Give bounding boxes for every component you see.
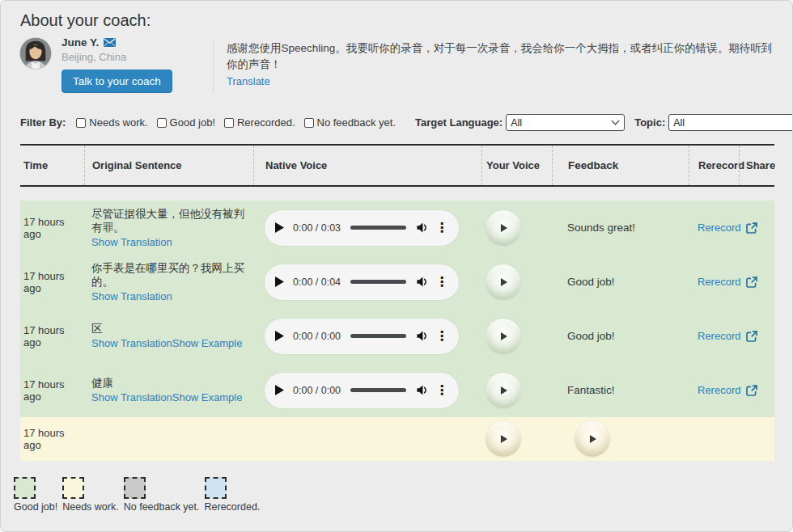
play-button[interactable] — [275, 331, 284, 341]
show-translation-link[interactable]: Show Translation — [91, 236, 172, 248]
volume-icon[interactable] — [416, 222, 428, 234]
filter-rerecorded[interactable]: Rerecorded. — [224, 116, 295, 129]
legend-item-rerecorded: Rerecorded. — [205, 477, 261, 513]
original-sentence: 尽管证据很大量，但他没有被判有罪。 — [91, 207, 253, 234]
no-feedback-checkbox[interactable] — [304, 118, 314, 128]
legend-item-needs-work: Needs work. — [62, 477, 118, 513]
filter-bar: Filter By: Needs work. Good job! Rerecor… — [20, 114, 773, 131]
feedback-text: Good job! — [567, 276, 615, 288]
show-example-link[interactable]: Show Example — [172, 337, 243, 349]
rerecord-link[interactable]: Rerecord — [698, 222, 740, 234]
share-button[interactable] — [745, 222, 758, 234]
kebab-menu-icon[interactable]: ⋮ — [435, 222, 448, 234]
legend-item-no-feedback: No feedback yet. — [124, 477, 200, 513]
translate-link[interactable]: Translate — [227, 75, 270, 87]
row-time: 17 hours ago — [23, 324, 84, 348]
filter-no-feedback[interactable]: No feedback yet. — [304, 116, 396, 129]
talk-to-coach-button[interactable]: Talk to your coach — [61, 70, 172, 93]
row-time: 17 hours ago — [23, 427, 84, 451]
header-time: Time — [20, 146, 84, 185]
your-voice-play-button[interactable] — [486, 210, 521, 246]
header-feedback: Feedback — [552, 146, 689, 185]
play-button[interactable] — [275, 277, 284, 287]
table-row: 17 hours ago 健康 Show TranslationShow Exa… — [20, 363, 774, 417]
filter-needs-work[interactable]: Needs work. — [76, 116, 147, 129]
play-button[interactable] — [275, 385, 284, 395]
legend: Good job! Needs work. No feedback yet. R… — [14, 477, 792, 513]
share-button[interactable] — [745, 276, 758, 289]
target-language-label: Target Language: — [415, 116, 503, 129]
show-translation-link[interactable]: Show Translation — [91, 391, 172, 403]
rerecord-link[interactable]: Rerecord — [698, 384, 740, 396]
table-row: 17 hours ago — [20, 417, 774, 461]
feedback-text: Fantastic! — [567, 384, 615, 396]
kebab-menu-icon[interactable]: ⋮ — [435, 384, 448, 397]
play-icon — [501, 278, 507, 286]
your-voice-play-button[interactable] — [486, 373, 521, 408]
page-title: About your coach: — [20, 11, 792, 30]
audio-progress-bar[interactable] — [350, 334, 406, 338]
audio-progress-bar[interactable] — [350, 388, 406, 392]
table-row: 17 hours ago 你手表是在哪里买的？我网上买的。 Show Trans… — [20, 255, 774, 309]
coach-card: June Y. Beijing, China Talk to your coac… — [20, 36, 205, 93]
filter-by-label: Filter By: — [20, 116, 66, 129]
original-sentence: 你手表是在哪里买的？我网上买的。 — [91, 261, 253, 289]
coach-avatar — [20, 38, 51, 69]
legend-swatch-good-job — [14, 477, 36, 499]
share-button[interactable] — [745, 384, 758, 397]
rerecorded-checkbox[interactable] — [224, 118, 234, 128]
native-audio-player: 0:00 / 0:00 ⋮ — [265, 319, 459, 354]
your-voice-play-button[interactable] — [486, 264, 521, 300]
audio-progress-bar[interactable] — [350, 226, 406, 230]
row-time: 17 hours ago — [23, 378, 84, 403]
audio-time: 0:00 / 0:04 — [293, 277, 341, 288]
show-translation-link[interactable]: Show Translation — [91, 337, 172, 349]
coach-feedback-page: About your coach: June Y. — [0, 0, 793, 532]
feedback-audio-play-button[interactable] — [575, 421, 610, 457]
target-language-select[interactable]: All — [506, 114, 625, 131]
audio-progress-bar[interactable] — [350, 280, 406, 284]
show-translation-link[interactable]: Show Translation — [91, 290, 172, 302]
needs-work-checkbox[interactable] — [76, 118, 86, 128]
native-audio-player: 0:00 / 0:04 ⋮ — [265, 264, 459, 300]
topic-select[interactable]: All — [668, 114, 793, 131]
table-body: 17 hours ago 尽管证据很大量，但他没有被判有罪。 Show Tran… — [20, 201, 774, 461]
good-job-checkbox[interactable] — [157, 118, 167, 128]
coach-message-text: 感谢您使用Speechling。我要听你的录音，对于每一次录音，我会给你一个大拇… — [227, 40, 773, 73]
kebab-menu-icon[interactable]: ⋮ — [435, 330, 448, 343]
coach-section: June Y. Beijing, China Talk to your coac… — [20, 36, 773, 93]
native-audio-player: 0:00 / 0:03 ⋮ — [265, 210, 459, 246]
table-header: Time Original Sentence Native Voice Your… — [20, 144, 774, 187]
original-sentence: 区 — [91, 322, 242, 336]
coach-name: June Y. — [61, 36, 99, 49]
row-time: 17 hours ago — [23, 216, 84, 240]
your-voice-play-button[interactable] — [486, 319, 521, 354]
play-icon — [501, 332, 507, 340]
coach-location: Beijing, China — [61, 51, 172, 63]
filter-good-job[interactable]: Good job! — [157, 116, 215, 129]
your-voice-play-button[interactable] — [486, 421, 521, 457]
header-sentence: Original Sentence — [84, 146, 253, 185]
envelope-icon[interactable] — [104, 38, 116, 47]
play-icon — [501, 435, 507, 443]
header-your: Your Voice — [481, 146, 552, 185]
play-icon — [501, 386, 507, 395]
topic-label: Topic: — [634, 116, 665, 129]
legend-item-good-job: Good job! — [14, 477, 57, 513]
volume-icon[interactable] — [416, 384, 428, 396]
audio-time: 0:00 / 0:00 — [293, 385, 341, 396]
rerecord-link[interactable]: Rerecord — [698, 276, 740, 288]
share-button[interactable] — [745, 330, 758, 343]
row-time: 17 hours ago — [23, 270, 84, 294]
volume-icon[interactable] — [416, 276, 428, 288]
coach-message: 感谢您使用Speechling。我要听你的录音，对于每一次录音，我会给你一个大拇… — [214, 36, 773, 88]
play-icon — [501, 224, 507, 232]
kebab-menu-icon[interactable]: ⋮ — [435, 276, 448, 289]
header-rerecord: Rerecord — [689, 146, 739, 185]
play-button[interactable] — [275, 222, 284, 233]
volume-icon[interactable] — [416, 330, 428, 342]
rerecord-link[interactable]: Rerecord — [698, 330, 740, 342]
original-sentence: 健康 — [91, 376, 242, 390]
feedback-text: Good job! — [567, 330, 615, 342]
show-example-link[interactable]: Show Example — [172, 391, 243, 403]
